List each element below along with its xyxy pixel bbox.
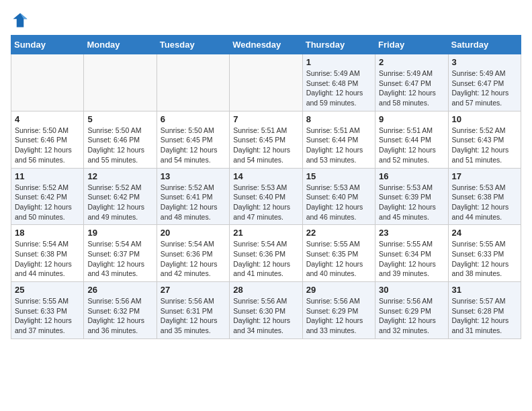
- day-number: 31: [452, 285, 517, 295]
- calendar-cell: 15Sunrise: 5:53 AM Sunset: 6:40 PM Dayli…: [302, 168, 375, 225]
- col-header-wednesday: Wednesday: [230, 36, 302, 54]
- page-header: [11, 11, 521, 30]
- day-number: 9: [379, 114, 444, 124]
- calendar-cell: 7Sunrise: 5:51 AM Sunset: 6:45 PM Daylig…: [230, 111, 302, 168]
- calendar-cell: 12Sunrise: 5:52 AM Sunset: 6:42 PM Dayli…: [84, 168, 157, 225]
- day-info: Sunrise: 5:56 AM Sunset: 6:30 PM Dayligh…: [233, 296, 298, 336]
- calendar-cell: 5Sunrise: 5:50 AM Sunset: 6:46 PM Daylig…: [84, 111, 157, 168]
- calendar-cell: 2Sunrise: 5:49 AM Sunset: 6:47 PM Daylig…: [375, 54, 448, 111]
- calendar-cell: 22Sunrise: 5:55 AM Sunset: 6:35 PM Dayli…: [302, 225, 375, 282]
- day-number: 2: [379, 57, 444, 67]
- day-info: Sunrise: 5:55 AM Sunset: 6:34 PM Dayligh…: [379, 239, 444, 279]
- day-info: Sunrise: 5:55 AM Sunset: 6:33 PM Dayligh…: [15, 296, 80, 336]
- calendar-cell: 13Sunrise: 5:52 AM Sunset: 6:41 PM Dayli…: [157, 168, 229, 225]
- day-info: Sunrise: 5:56 AM Sunset: 6:32 PM Dayligh…: [87, 296, 152, 336]
- day-info: Sunrise: 5:55 AM Sunset: 6:35 PM Dayligh…: [306, 239, 371, 279]
- day-info: Sunrise: 5:51 AM Sunset: 6:45 PM Dayligh…: [233, 126, 298, 165]
- day-info: Sunrise: 5:55 AM Sunset: 6:33 PM Dayligh…: [452, 239, 517, 279]
- day-number: 5: [87, 114, 152, 124]
- day-info: Sunrise: 5:56 AM Sunset: 6:29 PM Dayligh…: [306, 296, 371, 336]
- day-number: 25: [15, 285, 80, 295]
- day-number: 22: [306, 228, 371, 238]
- day-number: 19: [87, 228, 152, 238]
- day-number: 29: [306, 285, 371, 295]
- day-info: Sunrise: 5:56 AM Sunset: 6:31 PM Dayligh…: [161, 296, 226, 336]
- calendar-cell: 11Sunrise: 5:52 AM Sunset: 6:42 PM Dayli…: [11, 168, 84, 225]
- calendar-cell: 3Sunrise: 5:49 AM Sunset: 6:47 PM Daylig…: [448, 54, 521, 111]
- day-number: 20: [161, 228, 226, 238]
- col-header-monday: Monday: [84, 36, 157, 54]
- calendar-cell: 27Sunrise: 5:56 AM Sunset: 6:31 PM Dayli…: [157, 282, 229, 339]
- day-info: Sunrise: 5:54 AM Sunset: 6:38 PM Dayligh…: [15, 239, 80, 279]
- day-number: 10: [452, 114, 517, 124]
- col-header-sunday: Sunday: [11, 36, 84, 54]
- calendar-cell: [157, 54, 229, 111]
- calendar-table: SundayMondayTuesdayWednesdayThursdayFrid…: [11, 35, 521, 339]
- calendar-header-row: SundayMondayTuesdayWednesdayThursdayFrid…: [11, 36, 521, 54]
- day-number: 15: [306, 171, 371, 181]
- day-number: 12: [87, 171, 152, 181]
- day-info: Sunrise: 5:52 AM Sunset: 6:42 PM Dayligh…: [87, 183, 152, 222]
- calendar-cell: 31Sunrise: 5:57 AM Sunset: 6:28 PM Dayli…: [448, 282, 521, 339]
- calendar-cell: 19Sunrise: 5:54 AM Sunset: 6:37 PM Dayli…: [84, 225, 157, 282]
- day-info: Sunrise: 5:56 AM Sunset: 6:29 PM Dayligh…: [379, 296, 444, 336]
- calendar-cell: 29Sunrise: 5:56 AM Sunset: 6:29 PM Dayli…: [302, 282, 375, 339]
- day-info: Sunrise: 5:57 AM Sunset: 6:28 PM Dayligh…: [452, 296, 517, 336]
- calendar-cell: [230, 54, 302, 111]
- day-info: Sunrise: 5:52 AM Sunset: 6:42 PM Dayligh…: [15, 183, 80, 222]
- svg-marker-0: [13, 13, 28, 28]
- calendar-week-1: 1Sunrise: 5:49 AM Sunset: 6:48 PM Daylig…: [11, 54, 521, 111]
- day-number: 17: [452, 171, 517, 181]
- calendar-week-2: 4Sunrise: 5:50 AM Sunset: 6:46 PM Daylig…: [11, 111, 521, 168]
- calendar-cell: 1Sunrise: 5:49 AM Sunset: 6:48 PM Daylig…: [302, 54, 375, 111]
- col-header-saturday: Saturday: [448, 36, 521, 54]
- col-header-thursday: Thursday: [302, 36, 375, 54]
- calendar-week-3: 11Sunrise: 5:52 AM Sunset: 6:42 PM Dayli…: [11, 168, 521, 225]
- day-number: 1: [306, 57, 371, 67]
- day-info: Sunrise: 5:50 AM Sunset: 6:46 PM Dayligh…: [15, 126, 80, 165]
- calendar-cell: 23Sunrise: 5:55 AM Sunset: 6:34 PM Dayli…: [375, 225, 448, 282]
- day-info: Sunrise: 5:49 AM Sunset: 6:47 PM Dayligh…: [452, 68, 517, 108]
- logo: [11, 11, 32, 30]
- calendar-cell: 6Sunrise: 5:50 AM Sunset: 6:45 PM Daylig…: [157, 111, 229, 168]
- day-info: Sunrise: 5:54 AM Sunset: 6:37 PM Dayligh…: [87, 239, 152, 279]
- calendar-cell: 25Sunrise: 5:55 AM Sunset: 6:33 PM Dayli…: [11, 282, 84, 339]
- day-number: 16: [379, 171, 444, 181]
- day-number: 13: [161, 171, 226, 181]
- day-number: 24: [452, 228, 517, 238]
- col-header-friday: Friday: [375, 36, 448, 54]
- calendar-cell: [11, 54, 84, 111]
- calendar-cell: 17Sunrise: 5:53 AM Sunset: 6:38 PM Dayli…: [448, 168, 521, 225]
- calendar-cell: 8Sunrise: 5:51 AM Sunset: 6:44 PM Daylig…: [302, 111, 375, 168]
- calendar-cell: 28Sunrise: 5:56 AM Sunset: 6:30 PM Dayli…: [230, 282, 302, 339]
- calendar-cell: [84, 54, 157, 111]
- day-info: Sunrise: 5:51 AM Sunset: 6:44 PM Dayligh…: [379, 126, 444, 165]
- day-number: 30: [379, 285, 444, 295]
- day-info: Sunrise: 5:52 AM Sunset: 6:43 PM Dayligh…: [452, 126, 517, 165]
- calendar-cell: 4Sunrise: 5:50 AM Sunset: 6:46 PM Daylig…: [11, 111, 84, 168]
- day-number: 6: [161, 114, 226, 124]
- day-info: Sunrise: 5:52 AM Sunset: 6:41 PM Dayligh…: [161, 183, 226, 222]
- calendar-week-5: 25Sunrise: 5:55 AM Sunset: 6:33 PM Dayli…: [11, 282, 521, 339]
- day-info: Sunrise: 5:49 AM Sunset: 6:47 PM Dayligh…: [379, 68, 444, 108]
- day-info: Sunrise: 5:53 AM Sunset: 6:40 PM Dayligh…: [233, 183, 298, 222]
- day-number: 28: [233, 285, 298, 295]
- day-number: 18: [15, 228, 80, 238]
- day-info: Sunrise: 5:53 AM Sunset: 6:40 PM Dayligh…: [306, 183, 371, 222]
- day-info: Sunrise: 5:51 AM Sunset: 6:44 PM Dayligh…: [306, 126, 371, 165]
- logo-icon: [11, 11, 30, 30]
- day-number: 21: [233, 228, 298, 238]
- day-number: 27: [161, 285, 226, 295]
- calendar-cell: 16Sunrise: 5:53 AM Sunset: 6:39 PM Dayli…: [375, 168, 448, 225]
- day-number: 23: [379, 228, 444, 238]
- day-number: 14: [233, 171, 298, 181]
- day-number: 7: [233, 114, 298, 124]
- day-info: Sunrise: 5:54 AM Sunset: 6:36 PM Dayligh…: [233, 239, 298, 279]
- calendar-cell: 18Sunrise: 5:54 AM Sunset: 6:38 PM Dayli…: [11, 225, 84, 282]
- day-info: Sunrise: 5:54 AM Sunset: 6:36 PM Dayligh…: [161, 239, 226, 279]
- day-number: 4: [15, 114, 80, 124]
- day-number: 11: [15, 171, 80, 181]
- day-number: 8: [306, 114, 371, 124]
- day-info: Sunrise: 5:53 AM Sunset: 6:39 PM Dayligh…: [379, 183, 444, 222]
- day-number: 26: [87, 285, 152, 295]
